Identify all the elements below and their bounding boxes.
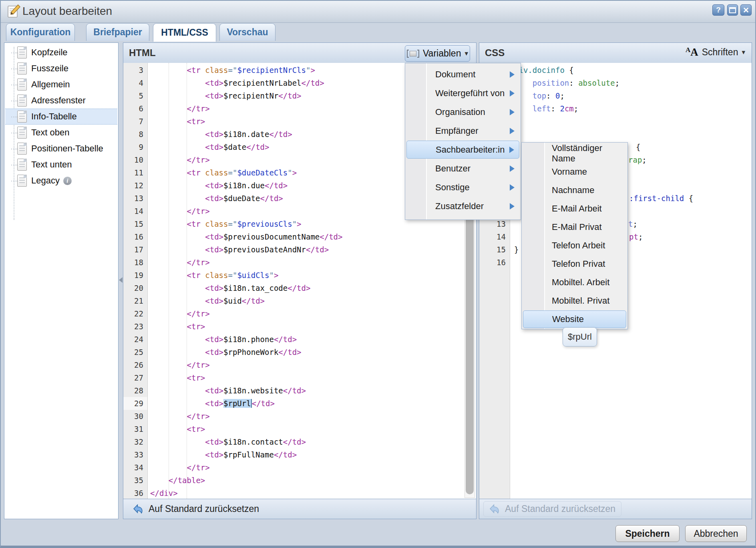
- code-line-24: 24 <td>$i18n.phone</td>: [123, 333, 476, 346]
- sidebar-item-label: Info-Tabelle: [31, 111, 77, 122]
- help-button[interactable]: ?: [712, 4, 724, 16]
- sidebar-item-positionen-tabelle[interactable]: Positionen-Tabelle: [5, 141, 117, 157]
- sidebar-item-info-tabelle[interactable]: Info-Tabelle: [5, 109, 117, 125]
- submenu-arrow-icon: [510, 203, 515, 210]
- sidebar-item-allgemein[interactable]: Allgemein: [5, 77, 117, 93]
- close-button[interactable]: ✕: [740, 4, 752, 16]
- menu-item-weitergef-hrt-von[interactable]: Weitergeführt von: [406, 84, 519, 102]
- fonts-button-label: Schriften: [702, 47, 738, 58]
- document-icon: [17, 175, 27, 187]
- menu-item-label: Telefon Arbeit: [552, 240, 605, 251]
- tab-briefpapier[interactable]: Briefpapier: [86, 23, 149, 41]
- css-panel-header: CSS AA Schriften ▾: [479, 43, 752, 63]
- sidebar-item-label: Kopfzeile: [31, 47, 68, 58]
- menu-item-benutzer[interactable]: Benutzer: [406, 159, 519, 177]
- line-number: 12: [123, 179, 147, 192]
- sidebar-item-label: Adressfenster: [31, 95, 86, 106]
- sidebar-item-label: Allgemein: [31, 79, 70, 90]
- document-icon: [17, 62, 27, 75]
- document-icon: [17, 95, 27, 107]
- line-number: 11: [123, 166, 147, 179]
- submenu-arrow-icon: [510, 90, 515, 97]
- menu-item-website[interactable]: Website: [523, 310, 626, 328]
- code-line-18: 18 </tr>: [123, 256, 476, 269]
- menu-item-vollst-ndiger-name[interactable]: Vollständiger Name: [523, 145, 626, 162]
- menu-item-dokument[interactable]: Dokument: [406, 65, 519, 83]
- css-reset-button[interactable]: Auf Standard zurücksetzen: [483, 501, 621, 517]
- font-size-icon: AA: [686, 46, 698, 58]
- line-number: 35: [123, 474, 147, 487]
- sidebar-item-kopfzeile[interactable]: Kopfzeile: [5, 44, 117, 60]
- html-panel-title: HTML: [129, 47, 156, 58]
- variables-button[interactable]: Variablen ▾: [405, 45, 470, 62]
- menu-item-mobiltel-arbeit[interactable]: Mobiltel. Arbeit: [523, 274, 626, 291]
- sidebar-item-text-unten[interactable]: Text unten: [5, 157, 117, 173]
- cancel-button[interactable]: Abbrechen: [685, 525, 747, 542]
- line-number: 36: [123, 487, 147, 499]
- menu-item-nachname[interactable]: Nachname: [523, 181, 626, 199]
- line-number: 21: [123, 294, 147, 307]
- menu-item-telefon-arbeit[interactable]: Telefon Arbeit: [523, 237, 626, 254]
- sidebar-item-text-oben[interactable]: Text oben: [5, 125, 117, 141]
- tab-html-css[interactable]: HTML/CSS: [153, 23, 216, 42]
- sidebar-item-adressfenster[interactable]: Adressfenster: [5, 93, 117, 109]
- menu-item-label: Mobiltel. Privat: [552, 296, 609, 306]
- menu-item-label: Empfänger: [435, 126, 479, 136]
- line-number: 15: [479, 243, 510, 256]
- menu-item-label: Nachname: [552, 185, 594, 195]
- submenu-arrow-icon: [510, 184, 515, 191]
- code-line-29: 29 <td>$rpUrl</td>: [123, 397, 476, 410]
- line-number: 14: [123, 205, 147, 218]
- variable-icon: [407, 50, 419, 58]
- maximize-button[interactable]: [727, 4, 738, 16]
- sidebar-item-legacy[interactable]: Legacyi: [5, 173, 117, 189]
- code-line-28: 28 <td>$i18n.website</td>: [123, 384, 476, 397]
- html-reset-button[interactable]: Auf Standard zurücksetzen: [127, 502, 265, 516]
- line-number: 6: [123, 102, 147, 115]
- code-line-19: 19 <tr class="$uidCls">: [123, 269, 476, 282]
- menu-item-mobiltel-privat[interactable]: Mobiltel. Privat: [523, 292, 626, 310]
- code-line-23: 23 <tr>: [123, 320, 476, 333]
- undo-icon: [489, 504, 500, 514]
- html-reset-label: Auf Standard zurücksetzen: [149, 504, 259, 514]
- line-number: 13: [123, 192, 147, 205]
- sidebar-collapse-handle[interactable]: [119, 277, 123, 283]
- line-number: 16: [123, 230, 147, 243]
- tab-konfiguration[interactable]: Konfiguration: [6, 23, 75, 41]
- line-number: 29: [123, 397, 147, 410]
- menu-item-label: Benutzer: [435, 163, 470, 174]
- line-number: 27: [123, 371, 147, 384]
- sidebar-item-label: Text unten: [31, 159, 72, 170]
- menu-item-sachbearbeiter-in[interactable]: Sachbearbeiter:in: [406, 141, 519, 159]
- menu-item-label: Website: [552, 314, 584, 324]
- line-number: 10: [123, 153, 147, 166]
- menu-item-telefon-privat[interactable]: Telefon Privat: [523, 255, 626, 273]
- code-line-32: 32 <td>$i18n.contact</td>: [123, 435, 476, 448]
- sidebar-item-label: Legacy: [31, 175, 60, 186]
- save-button[interactable]: Speichern: [615, 525, 680, 542]
- menu-item-organisation[interactable]: Organisation: [406, 103, 519, 121]
- document-icon: [17, 111, 27, 123]
- title-bar: Layout bearbeiten ? ✕: [0, 0, 756, 23]
- menu-item-sonstige[interactable]: Sonstige: [406, 178, 519, 196]
- info-icon: i: [63, 177, 72, 185]
- fonts-button[interactable]: AA Schriften ▾: [686, 46, 745, 58]
- line-number: 17: [123, 243, 147, 256]
- line-number: 4: [123, 77, 147, 89]
- menu-item-e-mail-arbeit[interactable]: E-Mail Arbeit: [523, 200, 626, 218]
- menu-item-vorname[interactable]: Vorname: [523, 163, 626, 181]
- menu-item-e-mail-privat[interactable]: E-Mail Privat: [523, 218, 626, 236]
- tab-vorschau[interactable]: Vorschau: [219, 23, 275, 41]
- edit-pencil-icon: [6, 4, 21, 20]
- maximize-icon: [729, 7, 736, 13]
- line-number: 22: [123, 307, 147, 320]
- menu-item-empf-nger[interactable]: Empfänger: [406, 122, 519, 140]
- css-panel-title: CSS: [485, 47, 505, 58]
- line-number: 30: [123, 410, 147, 423]
- menu-item-zusatzfelder[interactable]: Zusatzfelder: [406, 197, 519, 215]
- variables-submenu: Vollständiger NameVornameNachnameE-Mail …: [521, 142, 628, 329]
- line-number: 5: [123, 89, 147, 102]
- sidebar-item-fusszeile[interactable]: Fusszeile: [5, 60, 117, 77]
- menu-item-label: Sonstige: [435, 182, 470, 193]
- menu-item-label: Mobiltel. Arbeit: [552, 277, 609, 288]
